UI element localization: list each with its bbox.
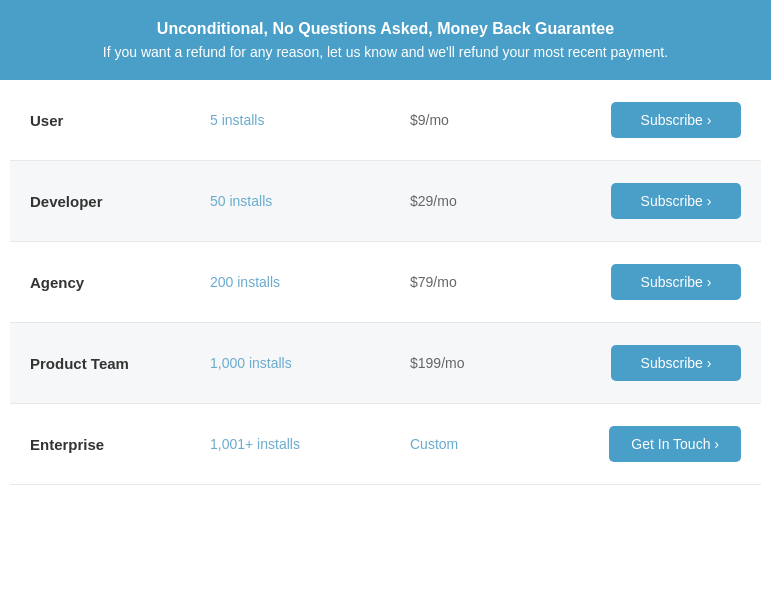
plans-list: User5 installs$9/moSubscribe ›Developer5… [0, 80, 771, 485]
subscribe-button[interactable]: Subscribe › [611, 264, 741, 300]
plan-price: $9/mo [410, 112, 611, 128]
plan-price: $79/mo [410, 274, 611, 290]
plan-row: Developer50 installs$29/moSubscribe › [10, 161, 761, 242]
plan-price: $29/mo [410, 193, 611, 209]
subscribe-button[interactable]: Subscribe › [611, 345, 741, 381]
plan-installs: 5 installs [210, 112, 410, 128]
plan-name: Product Team [30, 355, 210, 372]
plan-name: Developer [30, 193, 210, 210]
plan-installs: 50 installs [210, 193, 410, 209]
pricing-page: Unconditional, No Questions Asked, Money… [0, 0, 771, 485]
plan-name: Enterprise [30, 436, 210, 453]
plan-installs: 1,001+ installs [210, 436, 410, 452]
plan-price: $199/mo [410, 355, 611, 371]
plan-installs: 200 installs [210, 274, 410, 290]
guarantee-banner: Unconditional, No Questions Asked, Money… [0, 0, 771, 80]
plan-installs: 1,000 installs [210, 355, 410, 371]
guarantee-subtitle: If you want a refund for any reason, let… [30, 44, 741, 60]
get-in-touch-button[interactable]: Get In Touch › [609, 426, 741, 462]
plan-row: Agency200 installs$79/moSubscribe › [10, 242, 761, 323]
plan-name: Agency [30, 274, 210, 291]
plan-row: User5 installs$9/moSubscribe › [10, 80, 761, 161]
plan-price: Custom [410, 436, 609, 452]
subscribe-button[interactable]: Subscribe › [611, 183, 741, 219]
subscribe-button[interactable]: Subscribe › [611, 102, 741, 138]
plan-row: Enterprise1,001+ installsCustomGet In To… [10, 404, 761, 485]
plan-name: User [30, 112, 210, 129]
plan-row: Product Team1,000 installs$199/moSubscri… [10, 323, 761, 404]
guarantee-title: Unconditional, No Questions Asked, Money… [30, 20, 741, 38]
